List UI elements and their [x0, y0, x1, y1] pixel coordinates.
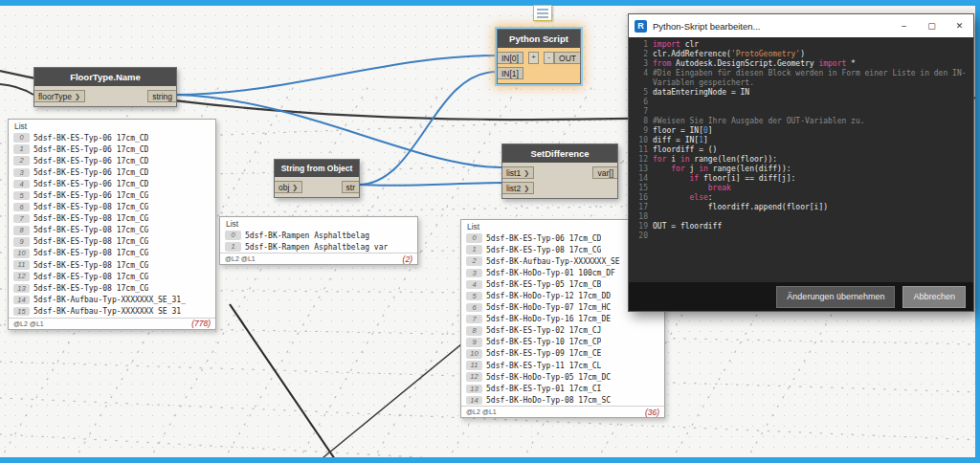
port-arrow-icon: ❯ — [523, 169, 529, 177]
code-text: from Autodesk.DesignScript.Geometry impo… — [653, 59, 856, 69]
list-item-value: 5dsf-BK-ES-Typ-06 17cm_CG — [33, 191, 148, 200]
list-item-value: 5dsf-BK-Aufbau-Typ-XXXXXXX SE 31 — [33, 307, 181, 316]
lacing-levels[interactable]: @L2 @L1 — [225, 255, 256, 262]
code-text: clr.AddReference('ProtoGeometry') — [653, 50, 805, 59]
port-label: IN[0] — [501, 54, 519, 63]
lacing-levels[interactable]: @L2 @L1 — [13, 320, 44, 327]
list-item-value: 5dsf-BK-HoDo-Typ-08 17cm_SC — [486, 396, 611, 405]
minimize-button[interactable]: – — [890, 14, 918, 37]
node-setdifference[interactable]: SetDifference list1 ❯ var[] list2 ❯ — [501, 143, 618, 199]
port-input-list2[interactable]: list2 ❯ — [502, 182, 534, 194]
code-line: 12 for i in range(len(floor)): — [629, 155, 973, 165]
port-label: str — [346, 183, 355, 192]
lacing-levels[interactable]: @L2 @L1 — [466, 408, 497, 415]
list-item-index: 3 — [466, 269, 482, 278]
list-item: 9 5dsf-BK-ES-Typ-08 17cm_CG — [9, 236, 215, 248]
list-item-value: 5dsf-BK-ES-Typ-08 17cm_CG — [33, 249, 148, 257]
node-title[interactable]: SetDifference — [502, 144, 617, 163]
code-line: 5 dataEnteringNode = IN — [629, 88, 973, 98]
item-count: (36) — [645, 408, 659, 417]
code-text: floordiff.append(floor[i]) — [653, 203, 828, 212]
list-item-index: 11 — [466, 361, 482, 370]
list-item-value: 5dsf-BK-Aufbau-Typ-XXXXXXX_SE_31_ — [33, 296, 186, 304]
list-item-value: 5dsf-BK-HoDo-Typ-05 17cm_DC — [486, 373, 611, 382]
editor-title: Python-Skript bearbeiten... — [653, 21, 760, 32]
list-item-value: 5dsf-BK-ES-Typ-08 17cm_CG — [33, 261, 148, 270]
list-item-value: 5dsf-BK-ES-Typ-09 17cm_CE — [486, 349, 601, 358]
list-item-value: 5dsf-BK-ES-Typ-01 17cm_CI — [486, 385, 601, 393]
list-item: 1 5dsf-BK-Rampen Asphaltbelag var — [220, 241, 417, 253]
list-item: 11 5dsf-BK-ES-Typ-11 17cm_CL — [461, 360, 664, 371]
node-title[interactable]: FloorType.Name — [34, 68, 176, 86]
port-input-list1[interactable]: list1 ❯ — [502, 166, 534, 179]
port-output-var[interactable]: var[] — [592, 166, 617, 179]
code-text: diff = IN[1] — [653, 136, 708, 145]
code-line: 17 floordiff.append(floor[i]) — [629, 203, 973, 212]
port-input-obj[interactable]: obj ❯ — [275, 181, 302, 193]
list-item-index: 14 — [13, 296, 30, 305]
port-label: obj — [278, 183, 289, 192]
code-text: if floor[i] == diff[j]: — [653, 174, 795, 184]
line-number: 6 — [629, 98, 653, 107]
code-text: import clr — [653, 40, 699, 50]
list-item-index: 12 — [466, 372, 482, 382]
list-item: 7 5dsf-BK-ES-Typ-08 17cm_CG — [9, 213, 215, 225]
list-item: 7 5dsf-BK-HoDo-Typ-16 17cm_DE — [461, 314, 664, 325]
node-title[interactable]: String from Object — [275, 160, 359, 177]
code-line: 10 diff = IN[1] — [629, 136, 973, 145]
list-item: 1 5dsf-BK-ES-Typ-06 17cm_CD — [9, 143, 215, 155]
apply-changes-button[interactable]: Änderungen übernehmen — [776, 286, 895, 308]
preview-list-floortype[interactable]: List 0 5dsf-BK-ES-Typ-06 17cm_CD 1 5dsf-… — [8, 119, 216, 330]
code-text: floordiff = () — [653, 145, 717, 155]
list-item-index: 0 — [225, 231, 241, 240]
port-output-string[interactable]: string — [147, 90, 176, 102]
node-python-script[interactable]: Python Script IN[0] + - OUT IN[1] — [497, 29, 581, 84]
close-button[interactable]: ✕ — [946, 14, 973, 37]
line-number: 9 — [629, 126, 653, 136]
list-item-index: 2 — [13, 156, 30, 165]
node-title[interactable]: Python Script — [498, 30, 580, 48]
port-arrow-icon: ❯ — [75, 93, 80, 100]
node-floortype-name[interactable]: FloorType.Name floorType ❯ string — [33, 67, 177, 107]
list-item-index: 1 — [225, 242, 241, 252]
code-editor[interactable]: 1 import clr 2 clr.AddReference('ProtoGe… — [629, 37, 973, 282]
editor-titlebar[interactable]: R Python-Skript bearbeiten... – ▢ ✕ — [629, 14, 973, 37]
line-number: 2 — [629, 50, 653, 59]
node-string-from-object[interactable]: String from Object obj ❯ str — [274, 159, 360, 198]
list-item-value: 5dsf-BK-ES-Typ-06 17cm_CD — [486, 234, 601, 243]
port-output-str[interactable]: str — [342, 181, 359, 193]
remove-input-button[interactable]: - — [544, 52, 554, 64]
line-number: 19 — [629, 222, 653, 232]
add-input-button[interactable]: + — [528, 52, 539, 64]
list-item: 11 5dsf-BK-ES-Typ-08 17cm_CG — [9, 259, 215, 271]
list-item: 13 5dsf-BK-ES-Typ-01 17cm_CI — [461, 383, 664, 394]
python-editor-window: R Python-Skript bearbeiten... – ▢ ✕ 1 im… — [628, 13, 974, 312]
list-item-index: 13 — [13, 284, 30, 294]
item-count: (2) — [403, 254, 412, 264]
port-input-in1[interactable]: IN[1] — [498, 67, 523, 79]
list-item-index: 6 — [466, 303, 482, 313]
port-output-out[interactable]: OUT — [554, 52, 580, 64]
list-item-value: 5dsf-BK-HoDo-Typ-01 100cm_DF — [486, 269, 615, 277]
list-item-value: 5dsf-BK-Aufbau-Typ-XXXXXXX_SE — [486, 257, 620, 266]
list-item-index: 14 — [466, 396, 482, 406]
port-input-floortype[interactable]: floorType ❯ — [34, 90, 85, 102]
cancel-button[interactable]: Abbrechen — [902, 286, 966, 308]
list-item-index: 8 — [466, 326, 482, 336]
wire-floortype-to-python-in0[interactable] — [175, 55, 497, 95]
list-item: 8 5dsf-BK-ES-Typ-08 17cm_CG — [9, 225, 215, 236]
port-label: OUT — [559, 54, 576, 63]
code-line: 1 import clr — [629, 40, 973, 50]
port-arrow-icon: ❯ — [292, 184, 298, 191]
line-number: 1 — [629, 40, 653, 50]
code-text: Variablen gespeichert. — [653, 78, 754, 88]
preview-list-string[interactable]: List 0 5dsf-BK-Rampen Asphaltbelag 1 5ds… — [219, 216, 418, 265]
port-input-in0[interactable]: IN[0] — [498, 52, 523, 64]
maximize-button[interactable]: ▢ — [918, 14, 946, 37]
list-item-index: 1 — [13, 144, 30, 154]
note-icon[interactable] — [533, 5, 552, 21]
wire-string-to-setdifference-list2[interactable] — [358, 183, 501, 186]
list-item-index: 10 — [13, 249, 30, 258]
list-item-value: 5dsf-BK-ES-Typ-06 17cm_CD — [33, 134, 148, 143]
list-item-index: 0 — [466, 233, 482, 243]
